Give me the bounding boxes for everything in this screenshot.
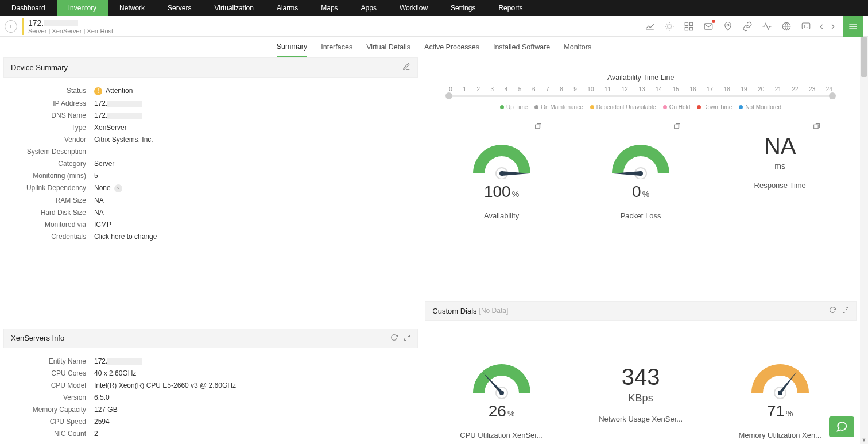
nav-maps[interactable]: Maps [309,0,349,16]
kv-key: Uplink Dependency [10,184,94,192]
gauge-packet-loss: 0 %Packet Loss [589,133,692,220]
svg-point-28 [499,391,504,395]
kv-value: XenServer [94,123,410,132]
alert-icon[interactable] [661,18,677,34]
link-icon[interactable] [739,18,755,34]
tab-virtual-details[interactable]: Virtual Details [366,37,410,57]
status-icon [94,87,102,95]
help-icon[interactable]: ? [114,184,122,192]
menu-button[interactable] [843,16,863,37]
prev-button[interactable]: ‹ [817,20,826,32]
expand-icon[interactable] [404,334,410,343]
kv-value[interactable]: Click here to change [94,233,410,241]
svg-rect-5 [704,23,712,29]
nav-inventory[interactable]: Inventory [57,0,108,16]
hour-tick: 0 [449,86,452,92]
tab-installed-software[interactable]: Installed Software [493,37,550,57]
svg-point-22 [638,171,643,176]
svg-rect-4 [690,27,693,30]
grid-icon[interactable] [681,18,697,34]
scrollbar[interactable]: ▲ ▼ [860,37,868,444]
nav-apps[interactable]: Apps [350,0,388,16]
activity-icon[interactable] [759,18,775,34]
timeline-scale: 0123456789101112131415161718192021222324 [432,86,850,92]
kv-value: ICMP [94,221,410,229]
popout-icon[interactable] [534,123,542,132]
location-icon[interactable] [720,18,736,34]
kv-value: 127 GB [94,406,410,414]
hour-tick: 18 [724,86,730,92]
tab-summary[interactable]: Summary [277,37,307,57]
nav-reports[interactable]: Reports [487,0,534,16]
scroll-thumb[interactable] [861,37,867,77]
next-button[interactable]: › [829,20,837,32]
kv-row: StatusAttention [10,87,410,95]
legend-dot-icon [590,105,594,109]
hour-tick: 2 [476,86,480,92]
terminal-icon[interactable] [798,18,814,34]
gauge-label: Availability [450,211,553,220]
nav-settings[interactable]: Settings [439,0,487,16]
tab-monitors[interactable]: Monitors [564,37,591,57]
top-nav: DashboardInventoryNetworkServersVirtuali… [0,0,868,16]
nav-virtualization[interactable]: Virtualization [203,0,265,16]
timeline-handle-right[interactable] [829,92,836,99]
kv-row: VendorCitrix Systems, Inc. [10,136,410,144]
svg-rect-3 [685,27,688,30]
refresh-icon[interactable] [829,306,836,315]
timeline-handle-left[interactable] [445,92,452,99]
tab-interfaces[interactable]: Interfaces [321,37,352,57]
scroll-down-icon[interactable]: ▼ [860,436,868,444]
kv-row: RAM SizeNA [10,196,410,204]
kv-key: IP Address [10,99,94,107]
hour-tick: 10 [587,86,594,92]
legend-dot-icon [500,105,504,109]
nav-servers[interactable]: Servers [156,0,203,16]
svg-rect-1 [685,22,688,25]
panel-title: Custom Dials [432,307,476,315]
svg-point-18 [499,171,504,176]
kv-key: Type [10,123,94,132]
redacted [44,20,78,26]
chat-button[interactable] [829,416,854,437]
back-button[interactable] [5,20,17,33]
mail-icon[interactable] [700,18,716,34]
expand-icon[interactable] [842,306,849,315]
nav-network[interactable]: Network [108,0,156,16]
globe-icon[interactable] [778,18,795,34]
device-summary-header: Device Summary [3,57,418,78]
hour-tick: 17 [707,86,713,92]
kv-row: CPU Cores40 x 2.60GHz [10,369,410,377]
timeline-track[interactable] [449,95,832,97]
popout-icon[interactable] [673,123,681,132]
availability-panel: Availability Time Line 01234567891011121… [425,57,857,229]
host-subtitle: Server | XenServer | Xen-Host [28,28,113,34]
tab-active-processes[interactable]: Active Processes [424,37,479,57]
gauge-unit: ms [728,161,832,171]
custom-dials-header: Custom Dials [No Data] [425,301,857,321]
kv-row: DNS Name172. [10,111,410,119]
edit-icon[interactable] [402,63,410,72]
kv-row: Monitored viaICMP [10,221,410,229]
nav-workflow[interactable]: Workflow [388,0,439,16]
chart-icon[interactable] [642,18,658,34]
refresh-icon[interactable] [390,334,398,343]
kv-key: NIC Count [10,430,94,438]
kv-value: Intel(R) Xeon(R) CPU E5-2660 v3 @ 2.60GH… [94,381,410,389]
kv-value: NA [94,209,410,217]
legend-item: Not Monitored [739,104,781,110]
legend-label: Not Monitored [745,104,781,110]
gauge-label: CPU Utilization XenSer... [450,431,553,439]
gauge-label: Packet Loss [589,211,692,220]
nav-dashboard[interactable]: Dashboard [0,0,57,16]
gauge-value: 0 % [589,183,692,201]
popout-icon[interactable] [813,123,820,132]
hour-tick: 16 [689,86,696,92]
svg-point-6 [727,24,729,26]
nav-alarms[interactable]: Alarms [265,0,309,16]
legend-item: Down Time [697,104,732,110]
hour-tick: 11 [604,86,611,92]
kv-value: 2 [94,430,410,438]
kv-value: 6.5.0 [94,393,410,401]
legend-label: On Hold [669,104,691,110]
